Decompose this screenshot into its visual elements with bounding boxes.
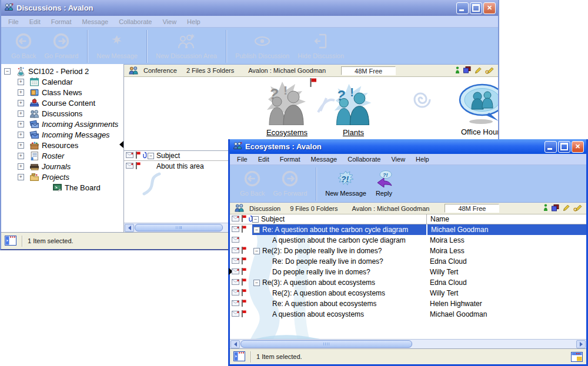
menu-edit[interactable]: Edit (253, 156, 275, 163)
expand-icon[interactable]: + (18, 100, 24, 106)
svg-text:?: ? (11, 3, 14, 6)
title-bar[interactable]: ? Discussions : Avalon (1, 0, 498, 16)
collapse-icon[interactable]: − (4, 68, 11, 75)
desktop-icon-office-hours[interactable]: Office Hours (444, 82, 498, 136)
collapse-icon[interactable]: − (253, 227, 260, 233)
tree-item[interactable]: + Class News (1, 87, 123, 98)
message-row[interactable]: − Re: A question about the carbon cycle … (230, 224, 586, 235)
message-row[interactable]: − Re(3): A question about ecosystems Edn… (230, 277, 586, 288)
tree-item[interactable]: + Incoming Assignments (1, 119, 123, 129)
collapse-icon[interactable]: − (253, 248, 260, 254)
menu-view[interactable]: View (386, 156, 410, 163)
expand-icon[interactable]: + (18, 153, 24, 159)
new-discussion-area-button[interactable]: New Discussion Area (152, 29, 221, 64)
expand-icon[interactable]: + (18, 132, 24, 138)
collapse-all-icon[interactable]: − (252, 216, 259, 223)
collapse-icon[interactable]: − (253, 280, 260, 286)
expand-icon[interactable]: + (18, 174, 24, 180)
expand-icon[interactable]: + (18, 163, 24, 170)
tree-item[interactable]: + Journals (1, 161, 123, 172)
tree-item-label: Roster (42, 152, 64, 160)
menu-format[interactable]: Format (46, 18, 77, 25)
menu-message[interactable]: Message (77, 18, 114, 25)
flag-icon (241, 278, 246, 287)
menu-collaborate[interactable]: Collaborate (113, 18, 157, 25)
menu-view[interactable]: View (157, 18, 182, 25)
splitter-arrow[interactable] (119, 141, 123, 148)
close-button[interactable] (483, 2, 496, 14)
tree-item[interactable]: The Board (1, 182, 123, 193)
go-forward-button[interactable]: Go Forward (40, 29, 82, 64)
desktop-icon-ecosystems[interactable]: ?! Ecosystems (255, 79, 319, 137)
menu-help[interactable]: Help (182, 18, 206, 25)
expand-icon[interactable]: + (18, 89, 24, 96)
close-button[interactable] (572, 141, 584, 153)
minimize-button[interactable] (456, 2, 469, 14)
hide-discussion-button[interactable]: Hide Discussion (293, 29, 348, 64)
message-row[interactable]: A question about ecosystems Michael Good… (230, 309, 586, 320)
horizontal-scrollbar[interactable] (230, 339, 586, 348)
identity: Avalon : Michael Goodman (248, 67, 326, 74)
tree-item[interactable]: + Incoming Messages (1, 129, 123, 140)
menu-file[interactable]: File (232, 156, 253, 163)
expand-icon[interactable]: + (18, 121, 24, 127)
desktop-icon-plants[interactable]: ?! Plants (324, 82, 383, 137)
menu-file[interactable]: File (3, 18, 24, 25)
new-message-button[interactable]: ?! New Message (321, 166, 370, 202)
collapse-all-icon[interactable]: − (148, 153, 154, 159)
expand-icon[interactable]: + (18, 79, 24, 85)
menu-message[interactable]: Message (306, 156, 343, 163)
tree-item[interactable]: + Projects (1, 172, 123, 182)
tree-item[interactable]: + Course Content (1, 98, 123, 108)
list-header[interactable]: − Subject Name (230, 214, 586, 224)
edit-pencil-icon[interactable] (563, 204, 570, 213)
menu-edit[interactable]: Edit (24, 18, 46, 25)
scroll-left-button[interactable] (230, 340, 240, 348)
minimize-button[interactable] (544, 141, 557, 153)
message-subject: Re: Do people really live in domes? (272, 257, 383, 266)
expand-icon[interactable]: + (18, 142, 24, 149)
go-forward-button[interactable]: Go Forward (269, 166, 311, 202)
view-toggle-icon[interactable] (571, 352, 583, 362)
presence-icon[interactable] (543, 204, 548, 213)
pane-toggle-icon[interactable] (5, 236, 16, 247)
tree-item[interactable]: + Roster (1, 150, 123, 161)
message-row[interactable]: − Re(2): Do people really live in domes?… (230, 246, 586, 256)
title-bar[interactable]: ? Ecosystems : Avalon (230, 139, 586, 154)
scroll-right-button[interactable] (576, 340, 586, 348)
edit-permissions-icon[interactable] (573, 204, 582, 213)
scrollbar-thumb[interactable] (135, 224, 223, 231)
publish-discussion-button[interactable]: Publish Discussion (231, 29, 293, 64)
scroll-left-button[interactable] (125, 224, 134, 232)
app-icon: ? (4, 2, 14, 14)
message-row[interactable]: Do people really live in domes? Willy Te… (230, 267, 586, 277)
message-row[interactable]: Re: Do people really live in domes? Edna… (230, 256, 586, 267)
expand-icon[interactable]: + (18, 110, 24, 117)
go-back-button[interactable]: Go Back (7, 29, 40, 64)
new-message-button[interactable]: New Message (92, 29, 142, 64)
message-row[interactable]: A question about the carbon cycle diagra… (230, 235, 586, 246)
tree-item[interactable]: − SCI102 - Period 2 (1, 66, 123, 76)
edit-pencil-icon[interactable] (475, 66, 482, 75)
toolbar: Go Back Go Forward New Message New Discu… (1, 28, 498, 64)
maximize-button[interactable] (558, 141, 570, 153)
tree-item[interactable]: + Resources (1, 140, 123, 150)
tree-item[interactable]: + Discussions (1, 108, 123, 119)
edit-permissions-icon[interactable] (485, 66, 494, 75)
permissions-icon[interactable] (552, 204, 559, 213)
go-back-button[interactable]: Go Back (236, 166, 269, 202)
permissions-icon[interactable] (463, 66, 471, 75)
scrollbar-thumb[interactable] (240, 340, 412, 348)
maximize-button[interactable] (470, 2, 482, 14)
message-row[interactable]: Re(2): A question about ecosystems Willy… (230, 288, 586, 298)
resources-icon (29, 140, 39, 150)
message-row[interactable]: Re: A question about ecosystems Helen Hi… (230, 298, 586, 309)
menu-collaborate[interactable]: Collaborate (342, 156, 386, 163)
menu-format[interactable]: Format (275, 156, 306, 163)
pane-toggle-icon[interactable] (233, 351, 245, 362)
menu-help[interactable]: Help (410, 156, 435, 163)
conference-icon (128, 66, 139, 76)
presence-icon[interactable] (455, 66, 460, 75)
tree-item[interactable]: + Calendar (1, 76, 123, 87)
reply-button[interactable]: ?! Reply (370, 166, 397, 202)
